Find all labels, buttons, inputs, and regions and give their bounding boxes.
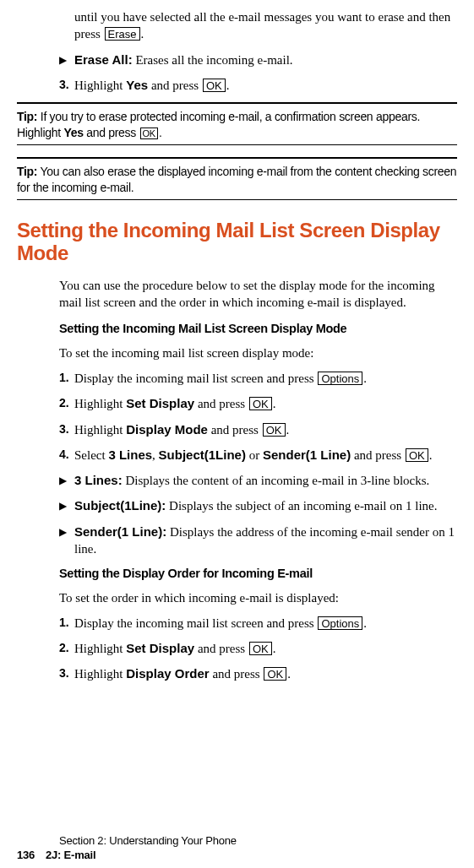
section-paragraph: You can use the procedure below to set t… (59, 277, 457, 312)
options-key-2: Options (318, 616, 362, 630)
sub1-step4-c: . (429, 448, 433, 462)
sub1-step3-strong: Display Mode (126, 422, 208, 437)
subhead-2: Setting the Display Order for Incoming E… (59, 566, 457, 583)
sub2-step2-num: 2. (59, 640, 74, 657)
erase-key: Erase (105, 27, 140, 41)
sub1-step1-b: . (363, 372, 367, 385)
sub1-step4: 4. Select 3 Lines, Subject(1Line) or Sen… (59, 447, 457, 464)
ok-key: OK (203, 79, 226, 92)
sub1-step3-a: Highlight (74, 423, 126, 437)
sub1-step1: 1. Display the incoming mail list screen… (59, 370, 457, 387)
sub1-step4-sep1: , (152, 448, 159, 462)
sub2-step2-a: Highlight (74, 642, 126, 655)
sub2-step3-c: . (287, 667, 291, 681)
b3-label: Sender(1 Line): (74, 524, 166, 539)
sub2-step2-strong: Set Display (126, 641, 194, 655)
tip1-yes: Yes (63, 126, 83, 139)
sub2-step1-b: . (363, 616, 367, 630)
sub1-bullet-subject: ▶ Subject(1Line): Displays the subject o… (59, 497, 457, 514)
step-a: Highlight (74, 79, 126, 92)
sub2-step2: 2. Highlight Set Display and press OK. (59, 640, 457, 657)
sub1-step1-num: 1. (59, 370, 74, 387)
sub1-intro: To set the incoming mail list screen dis… (59, 344, 457, 361)
sub1-step2-c: . (273, 397, 276, 410)
step-b: and press (148, 79, 202, 92)
sub1-step2-strong: Set Display (126, 396, 194, 410)
page-number: 136 (17, 848, 46, 863)
sub2-step3: 3. Highlight Display Order and press OK. (59, 665, 457, 682)
sub1-step3: 3. Highlight Display Mode and press OK. (59, 421, 457, 438)
sub2-step3-b: and press (210, 667, 264, 681)
sub1-step2-b: and press (194, 397, 248, 410)
b2-label: Subject(1Line): (74, 498, 166, 513)
sub2-step2-c: . (273, 642, 276, 655)
tip-2: Tip: You can also erase the displayed in… (17, 157, 457, 200)
bullet-label: Erase All: (74, 52, 133, 67)
sub1-bullet-3lines: ▶ 3 Lines: Displays the content of an in… (59, 472, 457, 489)
sub2-step2-b: and press (194, 642, 248, 655)
options-key-1: Options (318, 372, 362, 385)
sub1-step2: 2. Highlight Set Display and press OK. (59, 395, 457, 412)
tip1-ok-key: OK (140, 127, 158, 139)
sub1-step4-sep2: or (246, 448, 263, 462)
sub1-step4-o2: Subject(1Line) (159, 448, 246, 462)
sub2-intro: To set the order in which incoming e-mai… (59, 589, 457, 606)
sub1-step2-a: Highlight (74, 397, 126, 410)
tip1-c: . (159, 126, 162, 139)
footer-line1: Section 2: Understanding Your Phone (17, 833, 237, 849)
tip2-label: Tip: (17, 165, 37, 178)
b1-label: 3 Lines: (74, 473, 123, 487)
tail-text-b: . (141, 27, 144, 41)
b2-rest: Displays the subject of an incoming e-ma… (166, 499, 437, 513)
step-num: 3. (59, 77, 74, 94)
step-3: 3. Highlight Yes and press OK. (59, 77, 457, 94)
sub1-step4-b: and press (351, 448, 405, 462)
sub1-step4-o3: Sender(1 Line) (263, 448, 351, 462)
sub1-step1-a: Display the incoming mail list screen an… (74, 372, 317, 385)
section-body: You can use the procedure below to set t… (17, 277, 457, 683)
bullet-erase-all: ▶ Erase All: Erases all the incoming e-m… (59, 52, 457, 68)
ok-key-s2: OK (249, 397, 272, 410)
sub1-step2-num: 2. (59, 395, 74, 412)
subhead-1: Setting the Incoming Mail List Screen Di… (59, 321, 457, 338)
sub2-step1-a: Display the incoming mail list screen an… (74, 616, 317, 630)
sub2-step1-num: 1. (59, 615, 74, 632)
footer-line2: 1362J: E-mail (17, 848, 237, 863)
page: until you have selected all the e-mail m… (0, 0, 474, 868)
sub1-bullet-sender: ▶ Sender(1 Line): Displays the address o… (59, 524, 457, 558)
ok-key-s4: OK (406, 448, 428, 462)
sub2-step1: 1. Display the incoming mail list screen… (59, 615, 457, 632)
sub1-step3-c: . (286, 423, 290, 437)
sub1-step3-b: and press (208, 423, 262, 437)
bullet-icon: ▶ (59, 524, 74, 558)
tip2-a: You can also erase the displayed incomin… (17, 165, 456, 194)
sub1-step3-num: 3. (59, 421, 74, 438)
footer-section: 2J: E-mail (46, 849, 95, 861)
ok-key-s3: OK (263, 423, 286, 437)
tip1-label: Tip: (17, 110, 37, 123)
bullet-icon: ▶ (59, 472, 74, 489)
sub1-step4-o1: 3 Lines (108, 448, 152, 462)
sub2-step3-num: 3. (59, 665, 74, 682)
prev-step-tail: until you have selected all the e-mail m… (17, 8, 457, 94)
ok-key-sb3: OK (264, 667, 286, 681)
ok-key-sb2: OK (249, 642, 272, 655)
tip1-b: and press (84, 126, 139, 139)
sub1-step4-a: Select (74, 448, 108, 462)
step-c: . (226, 79, 230, 92)
b1-rest: Displays the content of an incoming e-ma… (123, 474, 430, 487)
sub2-step3-a: Highlight (74, 667, 126, 681)
section-heading: Setting the Incoming Mail List Screen Di… (17, 219, 457, 265)
sub1-step4-num: 4. (59, 447, 74, 464)
bullet-icon: ▶ (59, 497, 74, 514)
bullet-icon: ▶ (59, 52, 74, 68)
footer: Section 2: Understanding Your Phone 1362… (17, 833, 237, 863)
sub2-step3-strong: Display Order (126, 666, 209, 681)
bullet-rest: Erases all the incoming e-mail. (133, 53, 293, 67)
tip-1: Tip: If you try to erase protected incom… (17, 102, 457, 145)
step-yes: Yes (126, 78, 148, 92)
